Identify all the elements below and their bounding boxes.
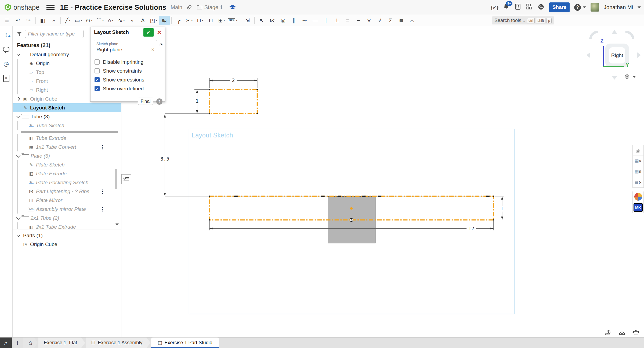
tool-select[interactable]: ↖ ▾ [256, 16, 267, 25]
suppressed-indicator-icon[interactable]: ⋮ [100, 189, 105, 194]
tool-curvature[interactable]: √ ▾ [374, 16, 385, 25]
toolbar-item[interactable]: ▾ [35, 17, 36, 24]
search-tools-button[interactable]: Search tools... ctrlshiftp [492, 16, 554, 24]
feature-part-lightening[interactable]: Part Lightening - ? Ribs ⋮ [13, 187, 121, 196]
history-button[interactable]: ◷ [1, 59, 11, 68]
confirm-button[interactable]: ✓ [143, 28, 154, 37]
workspace-name[interactable]: Main [171, 4, 182, 10]
tool-symmetric[interactable]: Σ ▾ [385, 16, 396, 25]
toolbar-item[interactable]: ▾ [254, 17, 255, 24]
dim-vertical-gap[interactable]: 3.5 [160, 156, 169, 162]
tool-feature-list-toggle[interactable]: ≣ ▾ [2, 16, 12, 25]
tool-fix[interactable]: ≋ ▾ [396, 16, 407, 25]
tool-trim[interactable]: ✂ ▾ [184, 16, 195, 25]
tasks-checklist-icon[interactable] [514, 3, 521, 11]
help-menu[interactable]: ? [574, 4, 586, 11]
share-link-icon[interactable] [186, 4, 193, 10]
view-cube-face[interactable]: Right [605, 44, 629, 67]
tool-equal[interactable]: = ▾ [342, 16, 353, 25]
sketch-region-label[interactable]: Layout Sketch [192, 132, 233, 139]
tool-use-project[interactable]: ⊔ ▾ [205, 16, 216, 25]
tree-caret-icon[interactable] [15, 53, 22, 56]
tool-polygon[interactable]: ⌂ ▾ [105, 16, 116, 25]
filter-input[interactable] [25, 30, 84, 38]
chevron-down-icon[interactable]: ▾ [236, 19, 237, 22]
checkbox[interactable] [95, 68, 100, 73]
cancel-button[interactable]: ✕ [154, 28, 164, 37]
dim-bar-height[interactable]: 1 [500, 206, 503, 211]
configuration-inputs-button[interactable]: ▦{} [632, 166, 644, 177]
tool-dimension[interactable]: ↹ ▾ [159, 16, 170, 25]
tool-text[interactable]: A ▾ [138, 16, 148, 25]
feature-plate-folder[interactable]: Plate (6) ⋮ [13, 151, 121, 160]
rotate-down-icon[interactable] [612, 76, 617, 80]
tool-pattern[interactable]: ⊞ ▾ [216, 16, 227, 25]
final-button[interactable]: Final [138, 98, 153, 105]
tool-arc[interactable]: ⌒ ▾ [95, 16, 105, 25]
dialog-option[interactable]: Show constraints [94, 66, 161, 75]
tool-measure[interactable]: ⇲ ▾ [242, 16, 253, 25]
tool-fillet[interactable]: ╭ ▾ [173, 16, 184, 25]
filter-icon[interactable] [17, 31, 22, 36]
construction-rect-small[interactable] [209, 90, 257, 114]
feature-1x1-tube-convert[interactable]: 1x1 Tube Convert ⋮ [13, 143, 121, 151]
tree-caret-icon[interactable] [15, 234, 22, 237]
tool-tangent[interactable]: ⊸ ▾ [299, 16, 310, 25]
checkbox[interactable] [95, 86, 100, 91]
chevron-down-icon[interactable]: ▾ [102, 19, 104, 22]
tool-vertical[interactable]: | ▾ [321, 16, 331, 25]
add-tab-button[interactable]: + [12, 338, 23, 348]
app-store-icon[interactable] [526, 3, 533, 11]
integrated-app-color-button[interactable] [632, 191, 644, 202]
suppressed-indicator-icon[interactable]: ⋮ [100, 206, 105, 212]
chevron-down-icon[interactable]: ▾ [223, 19, 225, 22]
comments-button[interactable] [1, 45, 11, 54]
brand-wordmark[interactable]: onshape [13, 3, 39, 11]
feature-history-icon[interactable]: ◔ [159, 41, 163, 49]
main-menu-icon[interactable] [46, 5, 55, 10]
part-origin-cube[interactable]: Origin Cube [13, 240, 121, 249]
tool-concentric[interactable]: ◎ ▾ [278, 16, 288, 25]
help-icon[interactable]: ? [574, 4, 581, 11]
scroll-down-icon[interactable] [115, 223, 119, 226]
feature-assembly-mirror-plate[interactable]: Assembly mirror Plate ⋮ [13, 205, 121, 214]
chevron-down-icon[interactable]: ▾ [156, 19, 157, 22]
tool-horizontal[interactable]: — ▾ [310, 16, 321, 25]
parts-header-row[interactable]: Parts (1) [13, 231, 121, 240]
featurescript-icon[interactable]: {✓} [491, 4, 498, 10]
tool-offset[interactable]: ⊓ ▾ [195, 16, 205, 25]
tool-undo[interactable]: ↶ ▾ [12, 16, 23, 25]
rotate-up-icon[interactable] [612, 30, 617, 34]
tool-redo[interactable]: ↷ ▾ [23, 16, 34, 25]
chevron-down-icon[interactable]: ▾ [69, 19, 70, 22]
origin-marker[interactable] [350, 218, 353, 222]
insert-new-element-button[interactable]: ⋮+ [1, 30, 11, 39]
tool-pierce[interactable]: ⋎ ▾ [364, 16, 374, 25]
protractor-icon[interactable] [618, 329, 626, 336]
avatar[interactable] [591, 3, 599, 12]
feature-2x1-tube-extrude[interactable]: 2x1 Tube Extrude ⋮ [13, 222, 121, 229]
tree-caret-icon[interactable] [15, 216, 22, 219]
onshape-logo-icon[interactable] [4, 3, 12, 11]
sketch-plane-field[interactable]: Sketch plane Right plane × [94, 40, 157, 54]
plate-center-point[interactable] [350, 207, 353, 209]
ai-advisor-icon[interactable] [537, 3, 545, 12]
toolbar-item[interactable]: ▾ [240, 17, 240, 24]
tool-rectangle[interactable]: ▭ ▾ [73, 16, 84, 25]
tree-caret-icon[interactable] [15, 115, 22, 118]
chevron-down-icon[interactable]: ▾ [81, 19, 82, 22]
tool-perpendicular[interactable]: ⊥ ▾ [331, 16, 342, 25]
user-menu-chevron-icon[interactable] [638, 6, 641, 8]
graphics-area[interactable]: Layout Sketch [121, 26, 644, 337]
feature-plate-extrude[interactable]: Plate Extrude ⋮ [13, 169, 121, 178]
rotate-left-icon[interactable] [587, 52, 590, 58]
feature-rollback-bar[interactable]: ⋮ [13, 130, 121, 134]
chevron-down-icon[interactable]: ▾ [191, 19, 193, 22]
notifications-bell-icon[interactable]: 9+ [503, 3, 510, 11]
home-tab[interactable]: ⌂ [23, 338, 38, 348]
follow-mode-button[interactable] [1, 74, 11, 83]
tree-caret-icon[interactable] [15, 97, 22, 100]
checkbox[interactable] [95, 59, 100, 65]
feature-tube-sketch[interactable]: Tube Sketch ⋮ [13, 121, 121, 130]
mass-properties-icon[interactable] [632, 329, 640, 336]
